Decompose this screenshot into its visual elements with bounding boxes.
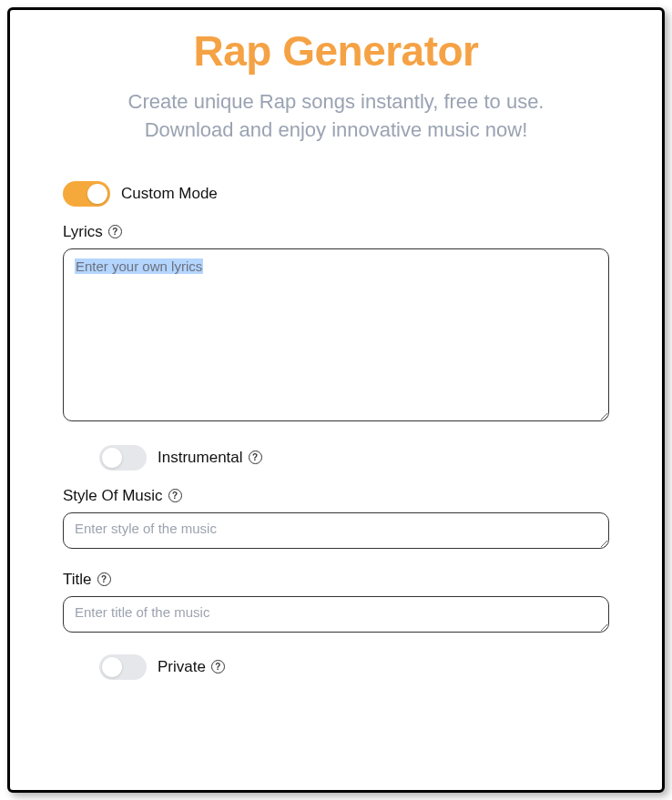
app-frame: Rap Generator Create unique Rap songs in… — [7, 7, 665, 793]
title-input[interactable] — [63, 596, 609, 633]
private-label-text: Private — [158, 658, 206, 676]
lyrics-wrapper: Enter your own lyrics — [63, 248, 609, 445]
lyrics-label: Lyrics ? — [63, 223, 609, 241]
help-icon[interactable]: ? — [108, 225, 122, 238]
toggle-knob — [87, 184, 107, 204]
instrumental-toggle[interactable] — [99, 445, 147, 471]
lyrics-label-text: Lyrics — [63, 223, 103, 241]
page-subtitle: Create unique Rap songs instantly, free … — [63, 88, 609, 145]
page-title: Rap Generator — [63, 26, 609, 76]
subtitle-line-1: Create unique Rap songs instantly, free … — [128, 90, 545, 113]
instrumental-label-text: Instrumental — [158, 449, 243, 467]
private-label: Private ? — [158, 658, 225, 676]
title-label: Title ? — [63, 571, 609, 589]
toggle-knob — [102, 448, 122, 468]
style-input[interactable] — [63, 512, 609, 549]
private-toggle[interactable] — [99, 654, 147, 680]
instrumental-row: Instrumental ? — [99, 445, 609, 471]
toggle-knob — [102, 657, 122, 677]
style-label-text: Style Of Music — [63, 487, 163, 505]
title-label-text: Title — [63, 571, 92, 589]
subtitle-line-2: Download and enjoy innovative music now! — [145, 118, 528, 141]
style-label: Style Of Music ? — [63, 487, 609, 505]
instrumental-label: Instrumental ? — [158, 449, 262, 467]
help-icon[interactable]: ? — [211, 660, 225, 673]
help-icon[interactable]: ? — [168, 489, 182, 502]
custom-mode-label: Custom Mode — [121, 185, 218, 203]
content-area: Rap Generator Create unique Rap songs in… — [10, 10, 662, 680]
help-icon[interactable]: ? — [249, 451, 262, 464]
custom-mode-row: Custom Mode — [63, 181, 609, 207]
lyrics-input[interactable] — [63, 248, 609, 421]
custom-mode-toggle[interactable] — [63, 181, 110, 207]
private-row: Private ? — [99, 654, 609, 680]
help-icon[interactable]: ? — [97, 572, 111, 586]
